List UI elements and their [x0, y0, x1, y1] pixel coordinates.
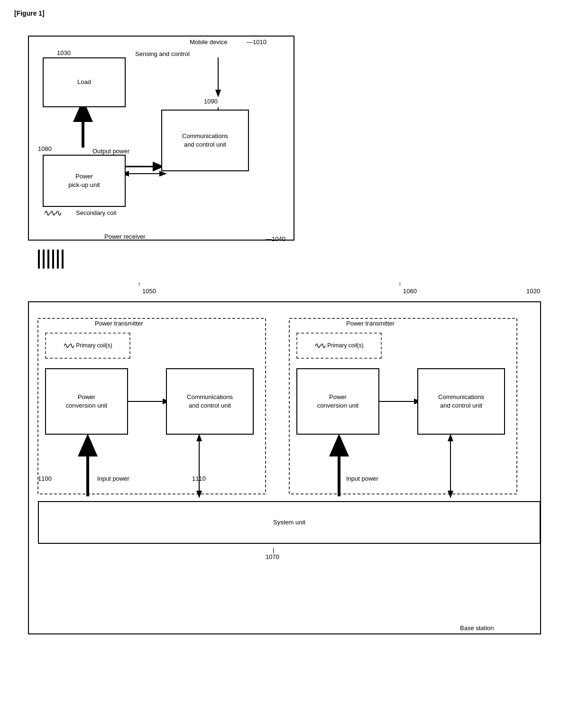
bar4 — [52, 250, 54, 269]
comms-control-left-label: Communications and control unit — [187, 393, 233, 410]
power-conversion-right-box: Power conversion unit — [296, 368, 379, 435]
input-power-left-label: Input power — [97, 475, 129, 482]
power-conversion-right-label: Power conversion unit — [317, 393, 358, 410]
primary-coil-right-box: ∿∿ Primary coil(s) — [296, 333, 382, 359]
mobile-device-arrow: —1010 — [247, 38, 266, 46]
mobile-device-label: Mobile device — [190, 38, 228, 46]
system-unit-label: System unit — [273, 518, 305, 527]
base-station-label: Base station — [460, 624, 494, 632]
label-1050: 1050 — [142, 288, 156, 295]
coil-symbol-left: ∿∿ — [63, 340, 74, 352]
sensing-control-label: Sensing and control — [135, 50, 190, 57]
bar3 — [47, 250, 49, 269]
comms-control-right-box: Communications and control unit — [417, 368, 505, 435]
comms-control-top-label: Communications and control unit — [182, 132, 228, 149]
label-1070-line: | — [273, 546, 274, 553]
output-power-label: Output power — [92, 148, 129, 155]
coil-symbol-right: ∿∿ — [314, 340, 325, 352]
comms-control-right-label: Communications and control unit — [438, 393, 484, 410]
label-1020: 1020 — [526, 288, 540, 295]
label-1100: 1100 — [38, 475, 52, 482]
power-conversion-left-box: Power conversion unit — [45, 368, 128, 435]
label-1070: 1070 — [266, 553, 279, 560]
bar5 — [57, 250, 59, 269]
system-unit-box: System unit — [38, 501, 541, 544]
secondary-coil-label: Secondary coil — [76, 209, 116, 216]
label-1030: 1030 — [57, 49, 71, 56]
label-1090: 1090 — [204, 98, 218, 105]
bar6 — [62, 250, 64, 269]
primary-coil-left-box: ∿∿ Primary coil(s) — [45, 333, 130, 359]
label-1110: 1110 — [192, 475, 206, 482]
label-1060-arrow: ↑ — [398, 280, 402, 288]
load-label: Load — [77, 78, 91, 86]
comms-control-left-box: Communications and control unit — [166, 368, 254, 435]
primary-coil-left-label: Primary coil(s) — [76, 342, 112, 350]
power-pickup-label: Power pick-up unit — [68, 172, 100, 189]
bar1 — [38, 250, 40, 269]
input-power-right-label: Input power — [346, 475, 378, 482]
wireless-bars — [38, 250, 64, 269]
power-pickup-box: Power pick-up unit — [43, 155, 126, 207]
primary-coil-right-label: Primary coil(s) — [327, 342, 364, 350]
label-1050-arrow: ↑ — [138, 280, 141, 288]
label-1040: —1040 — [266, 235, 285, 242]
power-transmitter-right-label: Power transmitter — [346, 320, 395, 327]
load-box: Load — [43, 57, 126, 107]
figure-label: [Figure 1] — [14, 9, 574, 17]
label-1060: 1060 — [403, 288, 417, 295]
secondary-coil-symbol: ∿∿∿ — [44, 208, 61, 218]
power-transmitter-left-label: Power transmitter — [95, 320, 143, 327]
bar2 — [43, 250, 45, 269]
diagram-container: Mobile device —1010 1030 Load Sensing an… — [14, 22, 564, 715]
power-receiver-label: Power receiver — [104, 233, 146, 240]
label-1080: 1080 — [38, 145, 52, 152]
comms-control-top-box: Communications and control unit — [161, 110, 249, 171]
power-conversion-left-label: Power conversion unit — [66, 393, 107, 410]
